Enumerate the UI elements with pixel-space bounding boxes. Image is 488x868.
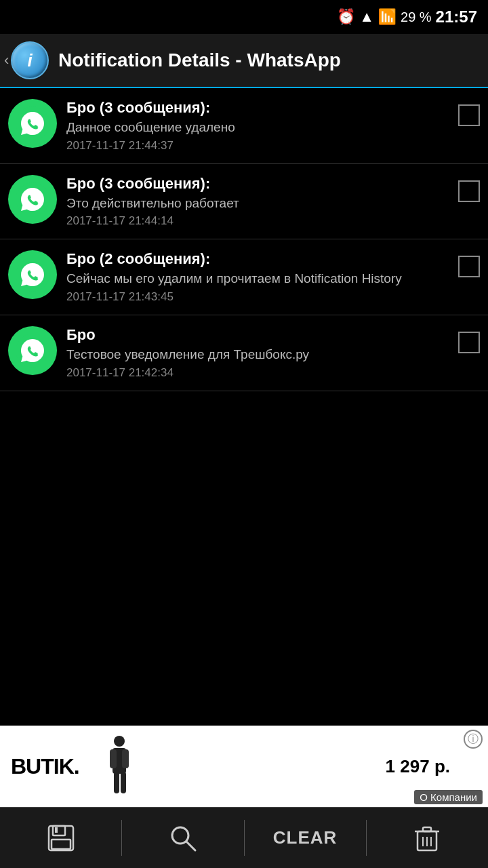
notification-list: Бро (3 сообщения): Данное сообщение удал… — [0, 88, 488, 391]
notification-time: 2017-11-17 21:43:45 — [66, 290, 449, 304]
svg-rect-13 — [55, 827, 58, 833]
header-icon-wrap: ‹ i — [11, 41, 49, 79]
svg-rect-18 — [423, 827, 431, 831]
clear-button[interactable]: CLEAR — [245, 808, 366, 868]
whatsapp-logo-icon — [8, 175, 57, 224]
search-button[interactable] — [122, 808, 243, 868]
notification-time: 2017-11-17 21:42:34 — [66, 366, 449, 380]
status-icons: ⏰ ▲ 📶 29 % 21:57 — [337, 7, 477, 26]
notification-body: Сейчас мы его удалим и прочитаем в Notif… — [66, 271, 449, 288]
notification-content: Бро Тестовое уведомление для Трешбокс.ру… — [66, 326, 449, 380]
notification-body: Данное сообщение удалено — [66, 119, 449, 136]
bottom-bar: CLEAR — [0, 807, 488, 868]
battery-text: 29 % — [401, 9, 432, 25]
delete-button[interactable] — [367, 808, 488, 868]
ad-banner[interactable]: BUTIK. 1 297 р. ⓘ О Компании — [0, 726, 488, 807]
list-item[interactable]: Бро Тестовое уведомление для Трешбокс.ру… — [0, 315, 488, 391]
item-checkbox[interactable] — [458, 180, 480, 202]
save-icon — [46, 823, 76, 853]
list-item[interactable]: Бро (3 сообщения): Это действительно раб… — [0, 164, 488, 240]
list-item[interactable]: Бро (2 сообщения): Сейчас мы его удалим … — [0, 239, 488, 315]
notification-body: Это действительно работает — [66, 195, 449, 212]
item-checkbox[interactable] — [458, 104, 480, 126]
save-button[interactable] — [0, 808, 121, 868]
list-item[interactable]: Бро (3 сообщения): Данное сообщение удал… — [0, 88, 488, 164]
whatsapp-logo-icon — [8, 99, 57, 148]
whatsapp-logo-icon — [8, 326, 57, 375]
time-display: 21:57 — [436, 7, 477, 26]
trash-icon — [412, 823, 442, 853]
back-arrow-icon[interactable]: ‹ — [4, 52, 9, 69]
signal-icon: 📶 — [378, 8, 396, 26]
svg-rect-11 — [53, 826, 65, 835]
notification-time: 2017-11-17 21:44:14 — [66, 214, 449, 228]
alarm-icon: ⏰ — [337, 8, 355, 26]
app-header: ‹ i Notification Details - WhatsApp — [0, 34, 488, 88]
notification-title: Бро (2 сообщения): — [66, 250, 449, 268]
notification-time: 2017-11-17 21:44:37 — [66, 139, 449, 153]
notification-title: Бро (3 сообщения): — [66, 99, 449, 117]
info-icon: i — [11, 41, 49, 79]
svg-rect-8 — [114, 772, 119, 793]
item-checkbox[interactable] — [458, 256, 480, 277]
ad-info-button[interactable]: ⓘ — [464, 730, 483, 749]
status-bar: ⏰ ▲ 📶 29 % 21:57 — [0, 0, 488, 34]
notification-content: Бро (3 сообщения): Данное сообщение удал… — [66, 99, 449, 153]
notification-title: Бро — [66, 326, 449, 344]
page-title: Notification Details - WhatsApp — [58, 50, 341, 71]
ad-company-label[interactable]: О Компании — [414, 790, 483, 804]
notification-title: Бро (3 сообщения): — [66, 175, 449, 193]
whatsapp-logo-icon — [8, 250, 57, 299]
svg-rect-7 — [122, 749, 129, 768]
ad-logo-text: BUTIK. — [11, 754, 79, 779]
notification-content: Бро (2 сообщения): Сейчас мы его удалим … — [66, 250, 449, 304]
svg-rect-9 — [121, 772, 126, 793]
svg-point-4 — [114, 736, 125, 747]
svg-rect-12 — [52, 840, 70, 849]
svg-line-15 — [186, 842, 195, 850]
notification-content: Бро (3 сообщения): Это действительно раб… — [66, 175, 449, 229]
ad-figure — [101, 732, 138, 800]
clear-label: CLEAR — [273, 827, 338, 848]
search-icon — [168, 823, 198, 853]
wifi-icon: ▲ — [359, 8, 374, 26]
notification-body: Тестовое уведомление для Трешбокс.ру — [66, 347, 449, 363]
svg-rect-6 — [110, 749, 117, 768]
item-checkbox[interactable] — [458, 332, 480, 353]
ad-price-text: 1 297 р. — [386, 756, 450, 777]
